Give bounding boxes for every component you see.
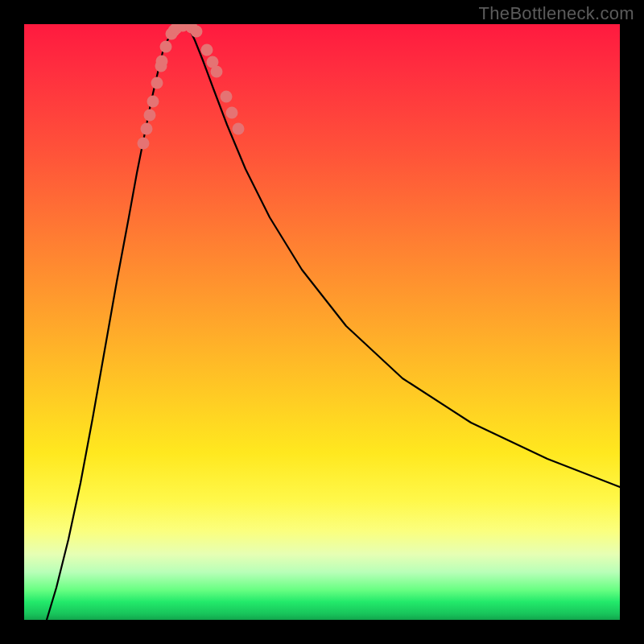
highlight-dot: [201, 44, 213, 56]
highlight-dot: [156, 56, 168, 68]
watermark-label: TheBottleneck.com: [479, 3, 634, 24]
highlight-dot: [233, 123, 245, 135]
chart-frame: TheBottleneck.com: [0, 0, 644, 644]
highlight-dot: [151, 77, 163, 89]
curve-right: [185, 24, 620, 487]
highlight-dot: [221, 91, 233, 103]
plot-area: [24, 24, 620, 620]
highlight-dot: [160, 41, 172, 53]
highlight-dots: [138, 24, 245, 150]
curve-svg: [24, 24, 620, 620]
highlight-dot: [147, 96, 159, 108]
highlight-dot: [141, 123, 153, 135]
highlight-dot: [144, 109, 156, 122]
curve-left: [47, 24, 185, 620]
highlight-dot: [226, 107, 238, 119]
highlight-dot: [138, 138, 150, 150]
highlight-dot: [211, 66, 223, 78]
highlight-dot: [191, 26, 203, 38]
